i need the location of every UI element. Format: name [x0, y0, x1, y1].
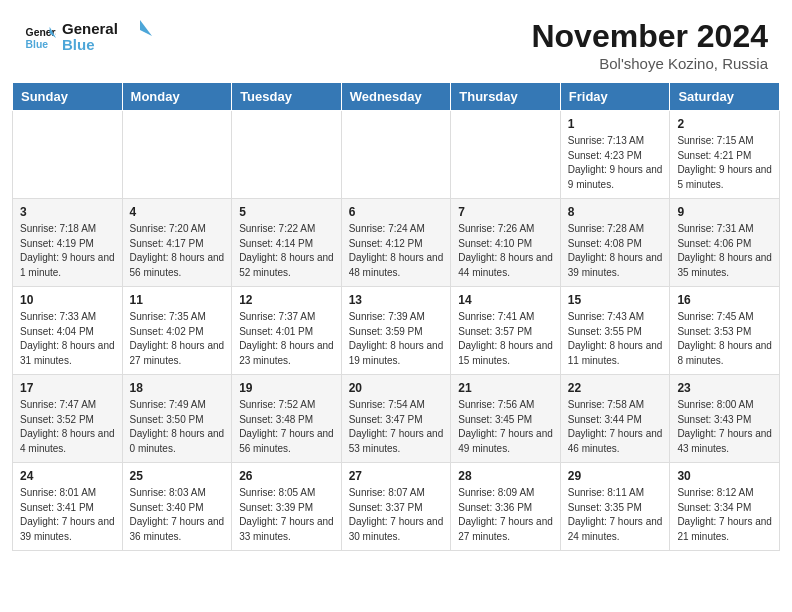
- day-cell: 26Sunrise: 8:05 AMSunset: 3:39 PMDayligh…: [232, 463, 342, 551]
- day-cell: 1Sunrise: 7:13 AMSunset: 4:23 PMDaylight…: [560, 111, 670, 199]
- col-header-sunday: Sunday: [13, 83, 123, 111]
- day-cell: 20Sunrise: 7:54 AMSunset: 3:47 PMDayligh…: [341, 375, 451, 463]
- day-cell: 17Sunrise: 7:47 AMSunset: 3:52 PMDayligh…: [13, 375, 123, 463]
- day-info: Sunrise: 7:47 AMSunset: 3:52 PMDaylight:…: [20, 398, 115, 456]
- location: Bol'shoye Kozino, Russia: [531, 55, 768, 72]
- day-number: 10: [20, 293, 115, 307]
- logo-full: General Blue: [62, 18, 152, 54]
- calendar-header: SundayMondayTuesdayWednesdayThursdayFrid…: [13, 83, 780, 111]
- day-cell: 24Sunrise: 8:01 AMSunset: 3:41 PMDayligh…: [13, 463, 123, 551]
- week-row-4: 17Sunrise: 7:47 AMSunset: 3:52 PMDayligh…: [13, 375, 780, 463]
- day-cell: 10Sunrise: 7:33 AMSunset: 4:04 PMDayligh…: [13, 287, 123, 375]
- logo: General Blue General Blue: [24, 18, 152, 58]
- day-cell: [122, 111, 232, 199]
- day-cell: 22Sunrise: 7:58 AMSunset: 3:44 PMDayligh…: [560, 375, 670, 463]
- day-number: 7: [458, 205, 553, 219]
- day-number: 16: [677, 293, 772, 307]
- svg-text:Blue: Blue: [62, 36, 95, 53]
- day-info: Sunrise: 7:26 AMSunset: 4:10 PMDaylight:…: [458, 222, 553, 280]
- day-cell: 16Sunrise: 7:45 AMSunset: 3:53 PMDayligh…: [670, 287, 780, 375]
- day-number: 20: [349, 381, 444, 395]
- day-cell: 11Sunrise: 7:35 AMSunset: 4:02 PMDayligh…: [122, 287, 232, 375]
- day-number: 9: [677, 205, 772, 219]
- week-row-5: 24Sunrise: 8:01 AMSunset: 3:41 PMDayligh…: [13, 463, 780, 551]
- day-cell: 8Sunrise: 7:28 AMSunset: 4:08 PMDaylight…: [560, 199, 670, 287]
- day-cell: 19Sunrise: 7:52 AMSunset: 3:48 PMDayligh…: [232, 375, 342, 463]
- day-info: Sunrise: 8:00 AMSunset: 3:43 PMDaylight:…: [677, 398, 772, 456]
- day-cell: 27Sunrise: 8:07 AMSunset: 3:37 PMDayligh…: [341, 463, 451, 551]
- day-info: Sunrise: 7:49 AMSunset: 3:50 PMDaylight:…: [130, 398, 225, 456]
- day-info: Sunrise: 7:15 AMSunset: 4:21 PMDaylight:…: [677, 134, 772, 192]
- day-cell: 9Sunrise: 7:31 AMSunset: 4:06 PMDaylight…: [670, 199, 780, 287]
- day-info: Sunrise: 7:18 AMSunset: 4:19 PMDaylight:…: [20, 222, 115, 280]
- svg-text:Blue: Blue: [26, 39, 49, 50]
- day-number: 27: [349, 469, 444, 483]
- day-info: Sunrise: 7:39 AMSunset: 3:59 PMDaylight:…: [349, 310, 444, 368]
- day-number: 2: [677, 117, 772, 131]
- col-header-wednesday: Wednesday: [341, 83, 451, 111]
- day-cell: 7Sunrise: 7:26 AMSunset: 4:10 PMDaylight…: [451, 199, 561, 287]
- day-cell: 28Sunrise: 8:09 AMSunset: 3:36 PMDayligh…: [451, 463, 561, 551]
- day-number: 13: [349, 293, 444, 307]
- day-cell: 15Sunrise: 7:43 AMSunset: 3:55 PMDayligh…: [560, 287, 670, 375]
- calendar-table: SundayMondayTuesdayWednesdayThursdayFrid…: [12, 82, 780, 551]
- day-cell: 13Sunrise: 7:39 AMSunset: 3:59 PMDayligh…: [341, 287, 451, 375]
- day-number: 4: [130, 205, 225, 219]
- day-cell: [341, 111, 451, 199]
- month-title: November 2024: [531, 18, 768, 55]
- day-number: 26: [239, 469, 334, 483]
- title-block: November 2024 Bol'shoye Kozino, Russia: [531, 18, 768, 72]
- day-info: Sunrise: 7:58 AMSunset: 3:44 PMDaylight:…: [568, 398, 663, 456]
- day-cell: 3Sunrise: 7:18 AMSunset: 4:19 PMDaylight…: [13, 199, 123, 287]
- col-header-tuesday: Tuesday: [232, 83, 342, 111]
- day-info: Sunrise: 7:52 AMSunset: 3:48 PMDaylight:…: [239, 398, 334, 456]
- day-number: 1: [568, 117, 663, 131]
- day-cell: 6Sunrise: 7:24 AMSunset: 4:12 PMDaylight…: [341, 199, 451, 287]
- day-cell: 29Sunrise: 8:11 AMSunset: 3:35 PMDayligh…: [560, 463, 670, 551]
- day-number: 11: [130, 293, 225, 307]
- day-info: Sunrise: 7:56 AMSunset: 3:45 PMDaylight:…: [458, 398, 553, 456]
- day-number: 8: [568, 205, 663, 219]
- day-cell: 4Sunrise: 7:20 AMSunset: 4:17 PMDaylight…: [122, 199, 232, 287]
- day-cell: [232, 111, 342, 199]
- day-number: 30: [677, 469, 772, 483]
- day-cell: 18Sunrise: 7:49 AMSunset: 3:50 PMDayligh…: [122, 375, 232, 463]
- day-number: 17: [20, 381, 115, 395]
- day-info: Sunrise: 7:22 AMSunset: 4:14 PMDaylight:…: [239, 222, 334, 280]
- week-row-3: 10Sunrise: 7:33 AMSunset: 4:04 PMDayligh…: [13, 287, 780, 375]
- day-info: Sunrise: 7:54 AMSunset: 3:47 PMDaylight:…: [349, 398, 444, 456]
- day-number: 23: [677, 381, 772, 395]
- day-info: Sunrise: 7:20 AMSunset: 4:17 PMDaylight:…: [130, 222, 225, 280]
- day-number: 3: [20, 205, 115, 219]
- day-info: Sunrise: 8:12 AMSunset: 3:34 PMDaylight:…: [677, 486, 772, 544]
- day-info: Sunrise: 8:07 AMSunset: 3:37 PMDaylight:…: [349, 486, 444, 544]
- day-cell: 2Sunrise: 7:15 AMSunset: 4:21 PMDaylight…: [670, 111, 780, 199]
- col-header-monday: Monday: [122, 83, 232, 111]
- day-number: 29: [568, 469, 663, 483]
- day-cell: 30Sunrise: 8:12 AMSunset: 3:34 PMDayligh…: [670, 463, 780, 551]
- logo-icon: General Blue: [24, 22, 56, 54]
- day-info: Sunrise: 7:33 AMSunset: 4:04 PMDaylight:…: [20, 310, 115, 368]
- day-number: 19: [239, 381, 334, 395]
- day-info: Sunrise: 7:31 AMSunset: 4:06 PMDaylight:…: [677, 222, 772, 280]
- svg-text:General: General: [62, 20, 118, 37]
- calendar-body: 1Sunrise: 7:13 AMSunset: 4:23 PMDaylight…: [13, 111, 780, 551]
- day-cell: 12Sunrise: 7:37 AMSunset: 4:01 PMDayligh…: [232, 287, 342, 375]
- day-number: 24: [20, 469, 115, 483]
- day-info: Sunrise: 7:35 AMSunset: 4:02 PMDaylight:…: [130, 310, 225, 368]
- svg-marker-5: [140, 20, 152, 36]
- day-number: 5: [239, 205, 334, 219]
- day-number: 14: [458, 293, 553, 307]
- col-header-saturday: Saturday: [670, 83, 780, 111]
- day-info: Sunrise: 8:01 AMSunset: 3:41 PMDaylight:…: [20, 486, 115, 544]
- day-info: Sunrise: 8:11 AMSunset: 3:35 PMDaylight:…: [568, 486, 663, 544]
- day-info: Sunrise: 7:37 AMSunset: 4:01 PMDaylight:…: [239, 310, 334, 368]
- day-cell: 23Sunrise: 8:00 AMSunset: 3:43 PMDayligh…: [670, 375, 780, 463]
- day-info: Sunrise: 8:09 AMSunset: 3:36 PMDaylight:…: [458, 486, 553, 544]
- day-info: Sunrise: 7:45 AMSunset: 3:53 PMDaylight:…: [677, 310, 772, 368]
- day-number: 22: [568, 381, 663, 395]
- day-info: Sunrise: 8:03 AMSunset: 3:40 PMDaylight:…: [130, 486, 225, 544]
- header-row: SundayMondayTuesdayWednesdayThursdayFrid…: [13, 83, 780, 111]
- day-cell: 25Sunrise: 8:03 AMSunset: 3:40 PMDayligh…: [122, 463, 232, 551]
- day-info: Sunrise: 7:13 AMSunset: 4:23 PMDaylight:…: [568, 134, 663, 192]
